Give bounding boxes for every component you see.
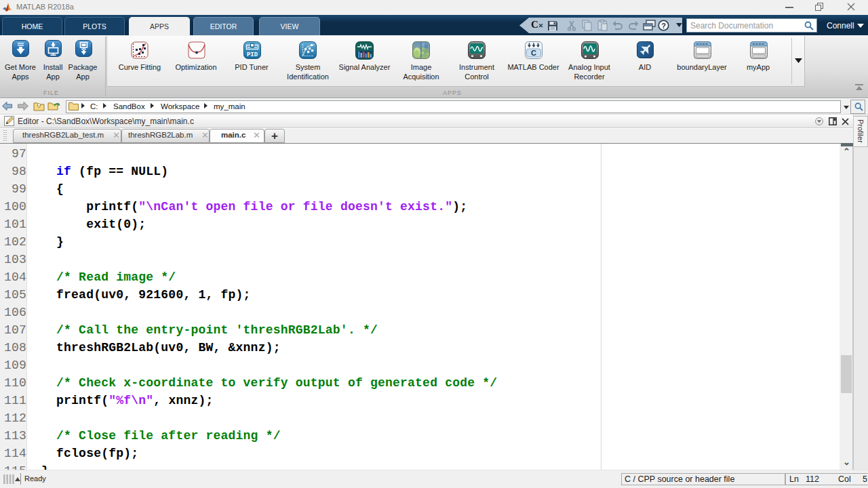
svg-text:?: ?	[661, 22, 666, 30]
svg-text:PID: PID	[247, 52, 258, 58]
svg-text:C: C	[531, 49, 536, 57]
